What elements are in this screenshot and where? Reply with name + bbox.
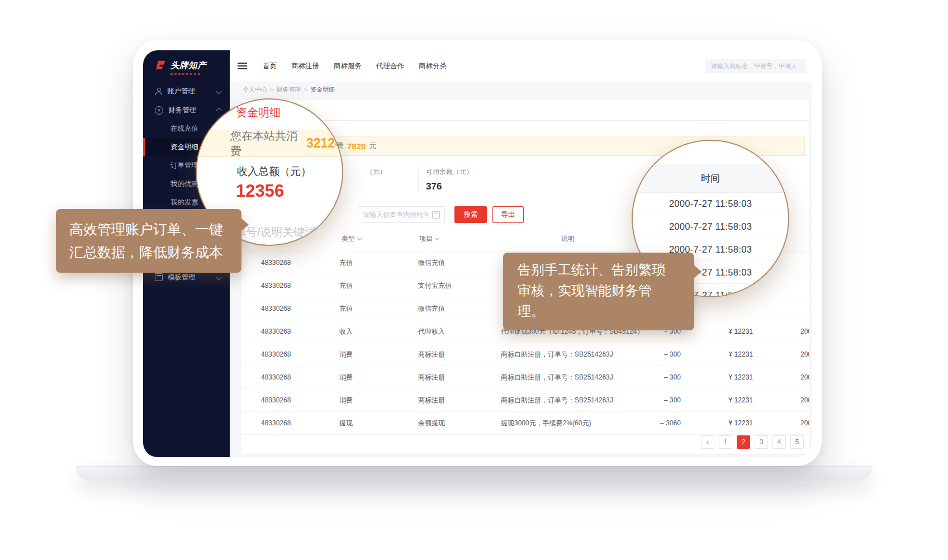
callout-right: 告别手工统计、告别繁琐 审核，实现智能财务管 理。 bbox=[503, 253, 694, 330]
export-button[interactable]: 导出 bbox=[492, 206, 524, 223]
breadcrumb-current: 资金明细 bbox=[310, 86, 335, 94]
project-cell: 支付宝充值 bbox=[418, 281, 452, 291]
order-number-cell: 48330268 bbox=[261, 350, 291, 358]
project-cell: 代理收入 bbox=[418, 327, 445, 336]
sidebar-item-account[interactable]: 账户管理 bbox=[143, 82, 230, 101]
project-cell: 商标注册 bbox=[418, 373, 445, 382]
pagination-page[interactable]: 2 bbox=[737, 435, 750, 449]
sort-caret-icon bbox=[357, 236, 362, 240]
date-placeholder: 请输入你要查询的时间 bbox=[363, 210, 429, 220]
description-cell: 提现3000元，手续费2%(60元) bbox=[501, 419, 591, 428]
balance-cell: ¥ 12231 bbox=[689, 328, 753, 335]
breadcrumb-separator: > bbox=[270, 86, 273, 93]
magnified-income-label: 收入总额（元） bbox=[237, 164, 311, 179]
user-icon bbox=[155, 88, 162, 95]
balance-cell: ¥ 12231 bbox=[689, 350, 753, 358]
topnav-item[interactable]: 商标注册 bbox=[291, 61, 319, 71]
sidebar-item-label: 财务管理 bbox=[168, 106, 212, 115]
pagination-page[interactable]: 1 bbox=[719, 435, 732, 449]
time-cell: 2000-7-27 11:58:03 bbox=[800, 419, 809, 427]
logo-subtext bbox=[170, 73, 202, 75]
callout-text-line: 汇总数据，降低财务成本 bbox=[69, 241, 228, 264]
time-cell: 2000-7-27 11:58:03 bbox=[800, 328, 809, 335]
column-header-type[interactable]: 类型 bbox=[342, 234, 361, 244]
breadcrumb-separator: > bbox=[304, 86, 307, 93]
breadcrumb-home[interactable]: 个人中心 bbox=[243, 86, 267, 94]
description-cell: 商标自助注册，订单号：SB2514263J bbox=[501, 396, 613, 405]
table-row: 48330268消费商标注册商标自助注册，订单号：SB2514263J– 300… bbox=[241, 343, 809, 366]
sort-caret-icon bbox=[435, 236, 439, 240]
pagination-page[interactable]: 5 bbox=[790, 435, 804, 449]
banner-amount: 7820 bbox=[347, 141, 366, 151]
chevron-down-icon bbox=[216, 88, 222, 94]
type-cell: 消费 bbox=[339, 396, 353, 405]
magnified-income-value: 12356 bbox=[236, 181, 284, 201]
date-range-input[interactable]: 请输入你要查询的时间 bbox=[358, 206, 445, 223]
order-number-cell: 48330268 bbox=[261, 419, 291, 427]
project-cell: 商标注册 bbox=[418, 350, 445, 359]
pagination-page[interactable]: 3 bbox=[755, 435, 768, 449]
pagination: ‹12345 bbox=[701, 435, 804, 449]
callout-arrow-icon bbox=[241, 218, 249, 231]
banner-unit: 元 bbox=[369, 141, 376, 151]
amount-cell: – 300 bbox=[627, 350, 681, 358]
balance-cell: ¥ 12231 bbox=[689, 373, 753, 381]
topnav-item[interactable]: 商标分类 bbox=[419, 61, 447, 71]
breadcrumb-finance[interactable]: 财务管理 bbox=[276, 86, 301, 94]
topnav-item[interactable]: 代理合作 bbox=[376, 61, 404, 71]
logo[interactable]: 头牌知产 bbox=[143, 50, 230, 72]
callout-text-line: 高效管理账户订单、一键 bbox=[69, 218, 228, 241]
callout-arrow-icon bbox=[694, 265, 701, 278]
finance-icon bbox=[155, 106, 163, 115]
calendar-icon[interactable] bbox=[432, 211, 440, 219]
order-number-cell: 48330268 bbox=[261, 373, 291, 381]
type-cell: 消费 bbox=[339, 373, 353, 382]
column-header-project[interactable]: 项目 bbox=[419, 234, 439, 244]
search-input[interactable]: 请输入商标名，申请号，申请人 bbox=[705, 59, 806, 73]
project-cell: 微信充值 bbox=[418, 304, 445, 314]
magnified-banner-prefix: 您在本站共消费 bbox=[230, 129, 302, 159]
magnified-time-row: 2000-7-27 11:58:03 bbox=[633, 215, 788, 238]
topnav-item[interactable]: 商标服务 bbox=[334, 61, 362, 71]
type-cell: 充值 bbox=[339, 258, 353, 268]
type-cell: 收入 bbox=[339, 327, 353, 336]
template-icon bbox=[155, 273, 163, 281]
brand-name: 头牌知产 bbox=[170, 60, 206, 72]
table-row: 48330268提现余额提现提现3000元，手续费2%(60元)– 3060¥ … bbox=[241, 411, 809, 434]
column-label: 类型 bbox=[342, 235, 355, 243]
balance-cell: ¥ 12231 bbox=[689, 419, 753, 427]
stat-value: 376 bbox=[426, 181, 473, 192]
order-number-cell: 48330268 bbox=[261, 282, 291, 290]
pagination-page[interactable]: 4 bbox=[772, 435, 786, 449]
amount-cell: – 3060 bbox=[627, 419, 681, 427]
description-cell: 商标自助注册，订单号：SB2514263J bbox=[501, 350, 613, 359]
breadcrumb: 个人中心 > 财务管理 > 资金明细 bbox=[230, 82, 812, 97]
amount-cell: – 300 bbox=[627, 373, 681, 381]
card-tabs: 资金明细 bbox=[241, 100, 809, 121]
search-placeholder: 请输入商标名，申请号，申请人 bbox=[711, 62, 797, 70]
topnav: 首页商标注册商标服务代理合作商标分类 bbox=[263, 61, 447, 71]
column-header-desc: 说明 bbox=[561, 234, 575, 244]
sidebar-item-finance[interactable]: 财务管理 bbox=[143, 101, 230, 120]
callout-text-line: 理。 bbox=[518, 301, 680, 321]
sidebar-item-label: 账户管理 bbox=[167, 87, 212, 96]
project-cell: 余额提现 bbox=[418, 419, 445, 428]
callout-left: 高效管理账户订单、一键 汇总数据，降低财务成本 bbox=[56, 209, 241, 273]
amount-cell: – 300 bbox=[627, 396, 681, 404]
search-button[interactable]: 搜索 bbox=[454, 206, 487, 223]
menu-icon[interactable] bbox=[238, 61, 247, 71]
topbar: 首页商标注册商标服务代理合作商标分类 请输入商标名，申请号，申请人 bbox=[230, 50, 812, 82]
description-cell: 商标自助注册，订单号：SB2514263J bbox=[501, 373, 613, 382]
sidebar-item-label: 模板管理 bbox=[168, 273, 212, 282]
order-number-cell: 48330268 bbox=[261, 259, 291, 267]
stage: 头牌知产 账户管理 财务管理 在线充值资金明细订单管理我的优惠券我的发票 bbox=[0, 0, 948, 560]
column-label: 项目 bbox=[419, 235, 433, 243]
time-cell: 2000-7-27 11:58:03 bbox=[800, 396, 809, 404]
type-cell: 消费 bbox=[339, 350, 353, 359]
type-cell: 充值 bbox=[339, 281, 353, 291]
topnav-item[interactable]: 首页 bbox=[263, 61, 277, 71]
stat-label: 可用余额（元） bbox=[426, 167, 473, 177]
chevron-up-icon bbox=[216, 107, 222, 113]
callout-text-line: 告别手工统计、告别繁琐 bbox=[518, 259, 680, 280]
pagination-prev[interactable]: ‹ bbox=[701, 435, 714, 449]
